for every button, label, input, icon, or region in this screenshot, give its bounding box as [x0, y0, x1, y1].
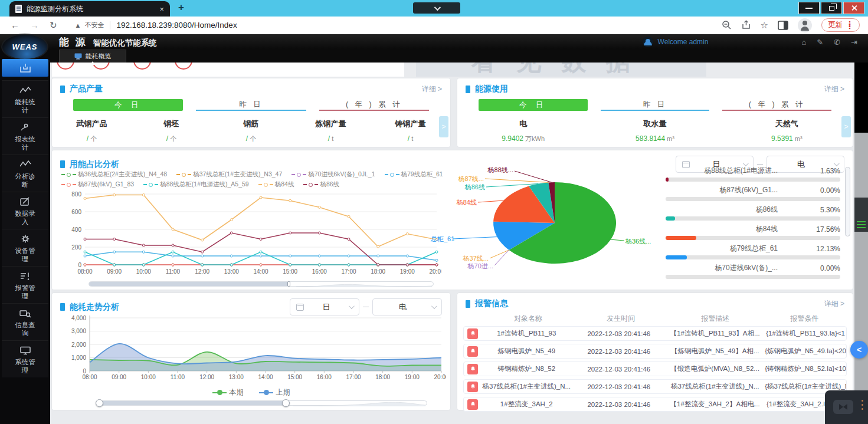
video-pip-button[interactable] — [833, 400, 853, 414]
zoom-icon[interactable] — [722, 20, 732, 30]
profile-avatar[interactable] — [798, 18, 812, 32]
edit-icon[interactable]: ✎ — [817, 38, 823, 47]
security-indicator[interactable]: ▲ 不安全 — [75, 21, 104, 29]
detail-link[interactable]: 详细 > — [824, 299, 844, 309]
occupancy-line-chart[interactable]: 020040060080008:0009:0010:0011:0012:0013… — [58, 189, 441, 285]
legend-item[interactable]: 杨86线 — [303, 180, 339, 189]
ranking-row[interactable]: 杨88线总柜(1#电源进...1.63% — [666, 166, 840, 182]
ranking-percent: 0.00% — [820, 186, 840, 195]
reload-icon[interactable]: ↻ — [50, 20, 57, 31]
ranking-row[interactable]: 杨84线17.56% — [666, 224, 840, 240]
logout-icon[interactable]: ⇥ — [851, 38, 857, 47]
sidebar-item-overview[interactable] — [2, 59, 48, 77]
sidebar-item-trend[interactable]: 能耗统计 — [2, 80, 48, 117]
legend-item[interactable]: 上期 — [259, 387, 290, 397]
svg-text:11:00: 11:00 — [166, 268, 181, 275]
legend-item[interactable]: 杨84线 — [258, 180, 294, 189]
stat-unit: 万kWh — [525, 135, 545, 142]
legend-item[interactable]: 杨37线总柜(1#主变进线)_N3_47 — [176, 170, 282, 179]
legend-item[interactable]: 杨88线总柜(1#电源进线)_A5_59 — [143, 180, 249, 189]
minimize-button[interactable] — [798, 2, 820, 14]
url-text[interactable]: 192.168.18.239:8080/Home/Index — [116, 21, 237, 29]
ranking-row[interactable]: 杨87线(6kV)_G1...0.00% — [666, 185, 840, 201]
stat-name: 电 — [457, 119, 589, 129]
tab-year-total[interactable]: ( 年 ) 累 计 — [319, 99, 429, 111]
share-icon[interactable] — [741, 20, 751, 30]
page-scrollbar-thumb[interactable] — [854, 198, 868, 232]
tab-close-icon[interactable]: × — [159, 5, 164, 14]
datazoom-slider[interactable] — [89, 281, 434, 287]
legend-item[interactable]: 杨70进线6kV(备)_0JL_1 — [291, 170, 375, 179]
tab-year-total[interactable]: ( 年 ) 累 计 — [722, 99, 831, 111]
alarm-row[interactable]: 1#连铸机_PB11_932022-12-03 20:41:46【1#连铸机_P… — [463, 326, 847, 341]
legend-label: 杨36线总柜(2#主变进线)_N4_48 — [78, 170, 167, 179]
close-button[interactable] — [843, 2, 864, 14]
trend-area-chart[interactable]: 01,0002,0003,0004,00008:0009:0010:0011:0… — [57, 314, 446, 386]
sidebar-item-gear[interactable]: 设备管理 — [2, 229, 48, 266]
carousel-next-button[interactable]: > — [841, 116, 851, 137]
legend-item[interactable]: 杨36线总柜(2#主变进线)_N4_48 — [61, 170, 167, 179]
sidebar-item-search[interactable]: 信息查询 — [2, 303, 48, 340]
sidebar-item-analysis[interactable]: 分析诊断 — [2, 155, 48, 192]
tab-energy-overview[interactable]: 能耗概览 — [59, 50, 126, 63]
download-chevron-button[interactable] — [413, 2, 460, 14]
legend-item[interactable]: 本期 — [212, 387, 244, 397]
list-scrollbar[interactable] — [845, 167, 850, 277]
alarm-row[interactable]: 杨37线总柜(1#主变进线)_N...2022-12-03 20:41:46杨3… — [463, 379, 847, 394]
sidebar-item-edit[interactable]: 数据录入 — [2, 192, 48, 229]
slider-handle-right[interactable] — [282, 399, 290, 407]
stat-value: / — [408, 134, 410, 143]
browser-tab[interactable]: 能源监测分析系统 × — [9, 1, 170, 17]
slider-handle-left[interactable] — [96, 399, 103, 407]
new-tab-button[interactable]: + — [178, 2, 184, 14]
ranking-name: 杨70进线6kV(备)_... — [666, 263, 778, 273]
detail-link[interactable]: 详细 > — [824, 84, 844, 94]
alarm-row[interactable]: 炼钢电弧炉_N5_492022-12-03 20:41:46【炼钢电弧炉_N5_… — [463, 344, 847, 359]
detail-link[interactable]: 详细 > — [422, 84, 442, 94]
collapse-bubble-button[interactable]: < — [850, 341, 868, 359]
main-content: 看见数据 产品产量 详细 > 今 日 昨 日 ( 年 ) 累 计 武钢产品/个钢… — [50, 63, 854, 424]
restore-button[interactable] — [821, 2, 842, 14]
home-icon[interactable]: ⌂ — [801, 38, 806, 47]
forward-icon[interactable]: → — [30, 20, 39, 30]
datazoom-slider[interactable] — [98, 400, 427, 406]
legend-label: 杨70进线6kV(备)_0JL_1 — [308, 170, 375, 179]
ranking-row[interactable]: 杨86线5.30% — [666, 205, 840, 221]
tab-today[interactable]: 今 日 — [73, 99, 183, 111]
svg-text:1,000: 1,000 — [71, 354, 86, 361]
legend-item[interactable]: 杨87线(6kV)_G1_83 — [61, 180, 134, 189]
stat-value: / — [246, 134, 248, 143]
sidebar-item-monitor[interactable]: 系统管理 — [2, 340, 48, 377]
ranking-row[interactable]: 杨79线总柜_6112.13% — [666, 244, 840, 259]
video-menu-dots[interactable] — [862, 400, 863, 410]
range-dash — [363, 307, 369, 307]
sidebar-item-report[interactable]: 报表统计 — [2, 117, 48, 155]
ranking-row[interactable]: 杨70进线6kV(备)_...0.00% — [666, 263, 840, 279]
svg-text:12:00: 12:00 — [195, 268, 209, 275]
alarm-cell: 1#整流变_3AH_2 — [480, 400, 573, 409]
alarm-row[interactable]: 1#整流变_3AH_22022-12-03 20:41:46【1#整流变_3AH… — [463, 397, 847, 412]
period-select[interactable]: 日 — [290, 298, 359, 315]
page-scrollbar-track[interactable] — [854, 133, 868, 424]
tab-yesterday[interactable]: 昨 日 — [601, 99, 710, 111]
sidebar-item-alarm[interactable]: 报警管理 — [2, 266, 48, 303]
back-icon[interactable]: ← — [11, 20, 19, 30]
svg-text:200: 200 — [71, 244, 81, 251]
alarm-cell: 2022-12-03 20:41:46 — [573, 366, 666, 373]
phone-icon[interactable]: ✆ — [834, 38, 840, 47]
tab-today[interactable]: 今 日 — [479, 99, 588, 111]
occupancy-pie-chart[interactable]: 杨36线...杨37线...杨70进...总柜_61杨84线杨86线杨87线..… — [430, 163, 666, 286]
tab-yesterday[interactable]: 昨 日 — [196, 99, 306, 111]
energy-type-select[interactable]: 电 — [372, 298, 442, 315]
panel-bullet — [60, 86, 65, 93]
user-info[interactable]: Welcome admin — [643, 37, 709, 47]
svg-text:12:00: 12:00 — [199, 374, 214, 380]
alarm-row[interactable]: 铸钢精炼炉_N8_522022-12-03 20:41:46【锻造电弧炉(MVA… — [463, 361, 847, 376]
bookmark-star-icon[interactable]: ☆ — [761, 20, 768, 31]
side-panel-icon[interactable] — [778, 21, 788, 30]
ranking-name: 杨79线总柜_61 — [666, 244, 778, 254]
update-button[interactable]: 更新 ⋮⋮ — [821, 18, 860, 32]
pie-label: 杨70进... — [467, 262, 493, 269]
carousel-next-button[interactable]: > — [439, 116, 448, 137]
browser-menu-icon[interactable]: ⋮⋮ — [846, 23, 853, 28]
